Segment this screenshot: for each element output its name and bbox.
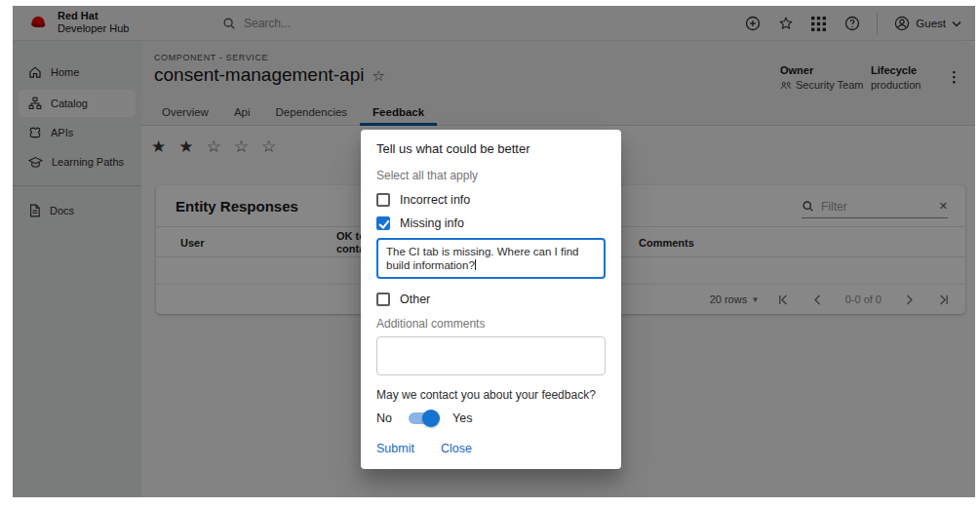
additional-comments-textarea[interactable] bbox=[376, 336, 606, 375]
checkbox-unchecked-icon[interactable] bbox=[376, 293, 390, 306]
checkbox-incorrect-info[interactable]: Incorrect info bbox=[376, 190, 606, 209]
contact-question: May we contact you about your feedback? bbox=[376, 388, 606, 402]
additional-comments-label: Additional comments bbox=[376, 317, 606, 331]
toggle-off-label: No bbox=[376, 411, 392, 425]
select-all-label: Select all that apply bbox=[376, 169, 606, 182]
submit-button[interactable]: Submit bbox=[376, 442, 414, 455]
missing-info-textarea[interactable]: The CI tab is missing. Where can I find … bbox=[376, 238, 606, 279]
dialog-title: Tell us what could be better bbox=[376, 141, 606, 157]
feedback-dialog: Tell us what could be better Select all … bbox=[361, 130, 621, 469]
contact-toggle[interactable] bbox=[409, 412, 436, 424]
toggle-on-label: Yes bbox=[452, 411, 472, 425]
toggle-thumb[interactable] bbox=[422, 410, 440, 427]
close-button[interactable]: Close bbox=[441, 442, 472, 455]
checkbox-unchecked-icon[interactable] bbox=[376, 193, 390, 207]
checkbox-checked-icon[interactable] bbox=[376, 216, 390, 230]
checkbox-missing-info[interactable]: Missing info bbox=[376, 214, 606, 232]
app-window: Red Hat Developer Hub Search... bbox=[13, 6, 975, 497]
text-cursor bbox=[475, 259, 476, 270]
checkbox-other[interactable]: Other bbox=[376, 290, 606, 308]
